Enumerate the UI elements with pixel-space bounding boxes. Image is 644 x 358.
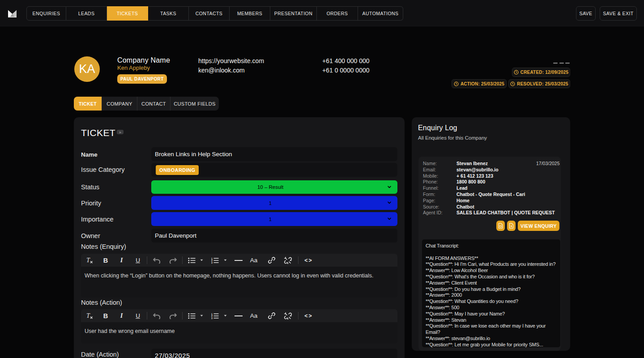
svg-text:T: T	[86, 312, 90, 319]
svg-text:3: 3	[211, 261, 213, 264]
svg-text:3: 3	[211, 317, 213, 319]
svg-text:T: T	[86, 257, 90, 264]
